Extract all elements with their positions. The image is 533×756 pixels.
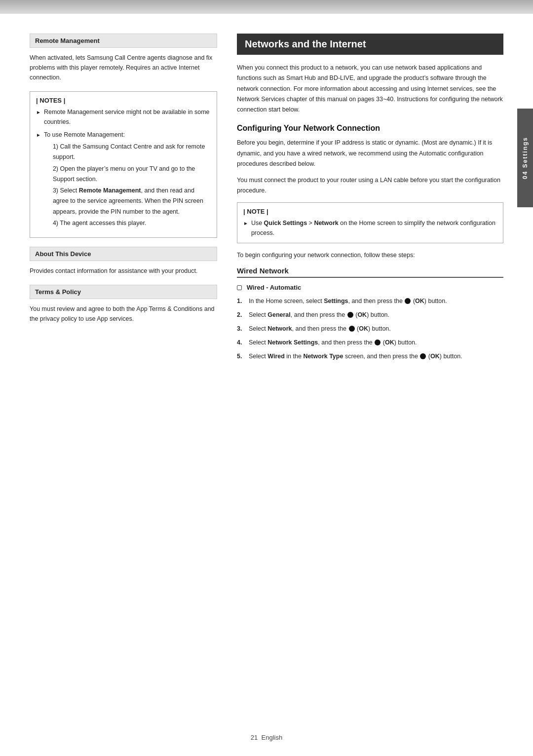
main-content: Remote Management When activated, lets S… bbox=[0, 14, 533, 724]
right-column: Networks and the Internet When you conne… bbox=[237, 34, 503, 704]
remote-management-body: When activated, lets Samsung Call Centre… bbox=[30, 53, 217, 82]
page: 04 Settings Remote Management When activ… bbox=[0, 0, 533, 756]
wired-step-1: 1. In the Home screen, select Settings, … bbox=[237, 296, 503, 306]
about-device-header: About This Device bbox=[30, 247, 217, 261]
step-3-text: Select Network, and then press the (OK) … bbox=[249, 324, 391, 334]
left-column: Remote Management When activated, lets S… bbox=[30, 34, 217, 704]
notes-box: | NOTES | ► Remote Management service mi… bbox=[30, 91, 217, 238]
configuring-text-2: You must connect the product to your rou… bbox=[237, 175, 503, 196]
wired-sub: Wired - Automatic bbox=[237, 284, 503, 291]
ok-circle-1 bbox=[405, 298, 411, 304]
notes-item-2-content: To use Remote Management: 1) Call the Sa… bbox=[44, 130, 211, 229]
step-3: 3) Select Remote Management, and then re… bbox=[53, 186, 211, 217]
ok-circle-2 bbox=[347, 312, 353, 318]
step-4: 4) The agent accesses this player. bbox=[53, 218, 211, 228]
top-decorative-bar bbox=[0, 0, 533, 14]
step-4-text: Select Network Settings, and then press … bbox=[249, 338, 417, 347]
step-num-1: 1. bbox=[237, 296, 245, 306]
wired-steps-list: 1. In the Home screen, select Settings, … bbox=[237, 296, 503, 361]
step-1-text: In the Home screen, select Settings, and… bbox=[249, 296, 447, 306]
notes-item-2: ► To use Remote Management: 1) Call the … bbox=[36, 130, 211, 229]
configuring-text-1: Before you begin, determine if your IP a… bbox=[237, 138, 503, 169]
wired-sub-label: Wired - Automatic bbox=[247, 284, 302, 291]
bullet-arrow-1: ► bbox=[36, 109, 41, 116]
step-num-2: 2. bbox=[237, 310, 245, 320]
note-title: | NOTE | bbox=[243, 208, 497, 215]
begin-text: To begin configuring your network connec… bbox=[237, 250, 503, 261]
wired-sub-icon bbox=[237, 285, 242, 290]
notes-item-1-text: Remote Management service might not be a… bbox=[44, 107, 211, 127]
footer-page-number: 21 bbox=[251, 734, 258, 741]
ok-circle-3 bbox=[349, 326, 355, 332]
wired-step-2: 2. Select General, and then press the (O… bbox=[237, 310, 503, 320]
step-5-text: Select Wired in the Network Type screen,… bbox=[249, 351, 462, 361]
note-item-text: Use Quick Settings > Network on the Home… bbox=[251, 218, 497, 238]
footer-language: English bbox=[262, 734, 283, 741]
note-item: ► Use Quick Settings > Network on the Ho… bbox=[243, 218, 497, 238]
terms-policy-body: You must review and agree to both the Ap… bbox=[30, 304, 217, 324]
ok-circle-4 bbox=[375, 340, 381, 345]
wired-step-3: 3. Select Network, and then press the (O… bbox=[237, 324, 503, 334]
wired-step-4: 4. Select Network Settings, and then pre… bbox=[237, 338, 503, 347]
terms-policy-header: Terms & Policy bbox=[30, 285, 217, 299]
notes-item-1: ► Remote Management service might not be… bbox=[36, 107, 211, 127]
note-box: | NOTE | ► Use Quick Settings > Network … bbox=[237, 202, 503, 243]
bullet-arrow-2: ► bbox=[36, 131, 41, 139]
step-1: 1) Call the Samsung Contact Centre and a… bbox=[53, 142, 211, 163]
main-heading: Networks and the Internet bbox=[237, 34, 503, 55]
remote-management-steps: 1) Call the Samsung Contact Centre and a… bbox=[53, 142, 211, 228]
ok-circle-5 bbox=[420, 353, 426, 359]
side-label-container: 04 Settings bbox=[517, 109, 533, 207]
wired-step-5: 5. Select Wired in the Network Type scre… bbox=[237, 351, 503, 361]
step-2-text: Select General, and then press the (OK) … bbox=[249, 310, 389, 320]
about-device-body: Provides contact information for assista… bbox=[30, 266, 217, 276]
wired-heading: Wired Network bbox=[237, 266, 503, 278]
notes-title: | NOTES | bbox=[36, 97, 211, 104]
step-num-4: 4. bbox=[237, 338, 245, 347]
side-label-text: 04 Settings bbox=[522, 137, 529, 179]
step-num-5: 5. bbox=[237, 351, 245, 361]
footer: 21 English bbox=[0, 724, 533, 756]
note-bullet: ► bbox=[243, 220, 248, 227]
step-num-3: 3. bbox=[237, 324, 245, 334]
intro-text: When you connect this product to a netwo… bbox=[237, 63, 503, 115]
remote-management-header: Remote Management bbox=[30, 34, 217, 48]
configuring-heading: Configuring Your Network Connection bbox=[237, 124, 503, 133]
step-2: 2) Open the player’s menu on your TV and… bbox=[53, 164, 211, 185]
